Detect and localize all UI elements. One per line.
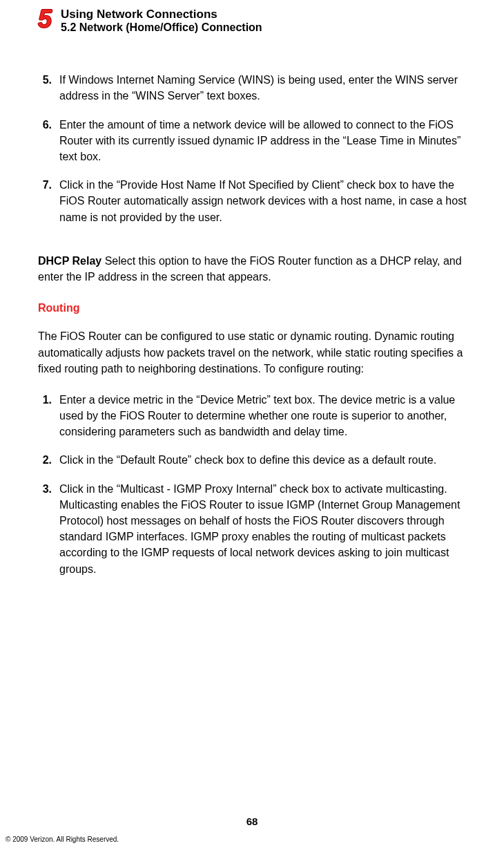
list-item: 2. Click in the “Default Route” check bo…: [38, 452, 477, 468]
list-item: 7. Click in the “Provide Host Name If No…: [38, 177, 477, 225]
page-number: 68: [0, 815, 504, 827]
list-item: 6. Enter the amount of time a network de…: [38, 117, 477, 165]
page-header: 5 Using Network Connections 5.2 Network …: [38, 7, 477, 34]
list-number: 1.: [38, 392, 52, 440]
list-item: 3. Click in the “Multicast - IGMP Proxy …: [38, 481, 477, 577]
routing-heading: Routing: [38, 300, 477, 316]
section-title: 5.2 Network (Home/Office) Connection: [61, 21, 262, 34]
copyright-notice: © 2009 Verizon. All Rights Reserved.: [6, 835, 119, 843]
list-number: 3.: [38, 481, 52, 577]
list-number: 5.: [38, 72, 52, 104]
list-text: If Windows Internet Naming Service (WINS…: [59, 72, 477, 104]
page-content: 5. If Windows Internet Naming Service (W…: [38, 72, 477, 577]
list-text: Click in the “Provide Host Name If Not S…: [59, 177, 477, 225]
numbered-list-1: 5. If Windows Internet Naming Service (W…: [38, 72, 477, 225]
chapter-number: 5: [38, 7, 52, 32]
list-item: 1. Enter a device metric in the “Device …: [38, 392, 477, 440]
routing-intro: The FiOS Router can be configured to use…: [38, 328, 477, 377]
list-number: 6.: [38, 117, 52, 165]
list-text: Click in the “Default Route” check box t…: [59, 452, 477, 468]
list-item: 5. If Windows Internet Naming Service (W…: [38, 72, 477, 104]
dhcp-relay-paragraph: DHCP Relay Select this option to have th…: [38, 253, 477, 285]
header-titles: Using Network Connections 5.2 Network (H…: [61, 7, 262, 34]
list-number: 2.: [38, 452, 52, 468]
list-text: Click in the “Multicast - IGMP Proxy Int…: [59, 481, 477, 577]
list-text: Enter a device metric in the “Device Met…: [59, 392, 477, 440]
chapter-title: Using Network Connections: [61, 7, 262, 21]
numbered-list-2: 1. Enter a device metric in the “Device …: [38, 392, 477, 577]
dhcp-relay-text: Select this option to have the FiOS Rout…: [38, 255, 462, 283]
list-text: Enter the amount of time a network devic…: [59, 117, 477, 165]
dhcp-relay-label: DHCP Relay: [38, 255, 101, 267]
list-number: 7.: [38, 177, 52, 225]
